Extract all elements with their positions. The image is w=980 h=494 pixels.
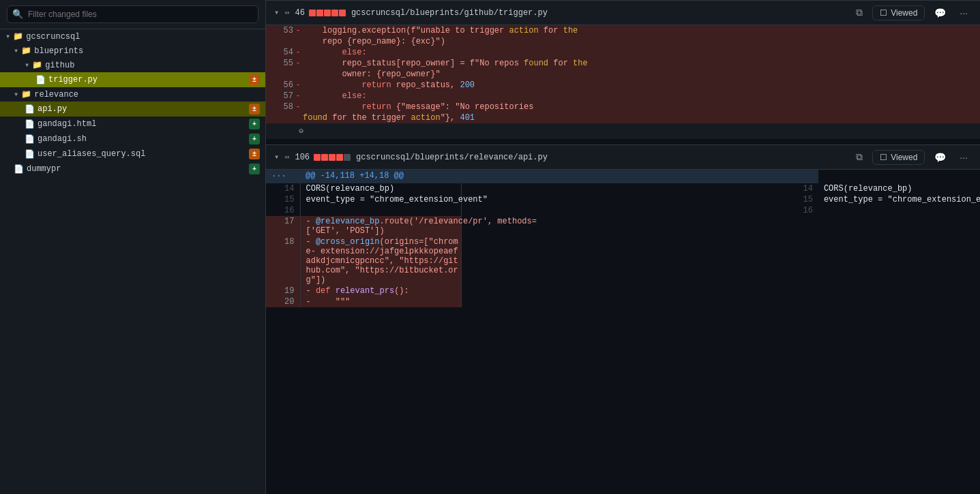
folder-icon: 📁 — [21, 89, 31, 99]
file1-copy-button[interactable]: ⧉ — [852, 5, 867, 20]
line-sign: - — [293, 91, 303, 102]
expand-dots-cell[interactable]: ··· — [266, 170, 300, 183]
line-content: return {"message": "No repositories — [303, 102, 980, 112]
diff-block-red3 — [324, 10, 331, 16]
line-number: 53 — [266, 25, 293, 36]
file2-copy-button[interactable]: ⧉ — [852, 149, 867, 165]
line-num-right-empty2 — [462, 236, 818, 285]
filter-bar: 🔍 — [0, 0, 265, 29]
line-content-removed-20: - """ — [300, 296, 462, 307]
table-row: 56 - return repo_status, 200 — [266, 80, 980, 91]
tree-file-trigger-py[interactable]: 📄 trigger.py ± — [0, 72, 265, 87]
line-number: 57 — [266, 91, 293, 102]
file2-diff-area: ··· @@ -14,118 +14,18 @@ 14 CORS(relevan… — [266, 170, 980, 307]
file2-viewed-button[interactable]: ☐ Viewed — [872, 150, 925, 165]
diff-block2-red2 — [321, 154, 328, 161]
tree-folder-github[interactable]: ▾ 📁 github — [0, 58, 265, 72]
line-sign: - — [293, 80, 303, 91]
chevron-down-icon: ▾ — [14, 46, 18, 56]
line-content-right: event_type = "chrome_extension_event" — [818, 194, 980, 205]
diff-block2-red1 — [314, 154, 321, 161]
table-row: 53 - logging.exception(f"unable to trigg… — [266, 25, 980, 36]
collapse-control[interactable]: ⊖ — [293, 123, 980, 139]
table-row: 15 event_type = "chrome_extension_event"… — [266, 194, 980, 205]
line-content-removed-19: - def relevant_prs(): — [300, 285, 462, 296]
file2-header: ▾ ⇔ 106 gcscruncsql/blueprints/relevance… — [266, 144, 980, 170]
line-content-left: CORS(relevance_bp) — [300, 183, 462, 194]
expand-icon[interactable]: ⇔ — [284, 152, 289, 162]
table-row-expand: ··· @@ -14,118 +14,18 @@ — [266, 170, 980, 183]
chevron-down-icon: ▾ — [14, 89, 18, 99]
file1-diff-stat: 46 — [295, 8, 345, 18]
file1-more-button[interactable]: ··· — [955, 5, 972, 20]
table-row: owner: {repo_owner}" — [266, 69, 980, 80]
table-row: repo {repo_name}: {exc}") — [266, 36, 980, 47]
line-content-right-empty — [818, 216, 980, 236]
tree-file-dummypr[interactable]: 📄 dummypr + — [0, 161, 265, 176]
line-num-left-removed: 18 — [266, 236, 300, 285]
line-num-left-removed: 19 — [266, 285, 300, 296]
table-row: 54 - else: — [266, 47, 980, 58]
diff-badge-user-aliases: ± — [249, 149, 260, 159]
table-row: found for the trigger action"}, 401 — [266, 112, 980, 123]
line-content: return repo_status, 200 — [303, 80, 980, 91]
table-row: 19 - def relevant_prs(): — [266, 285, 980, 296]
line-num-left-removed: 20 — [266, 296, 300, 307]
table-row: 55 - repo_status[repo_owner] = f"No repo… — [266, 58, 980, 69]
chevron-down-icon[interactable]: ▾ — [274, 152, 279, 162]
chevron-down-icon: ▾ — [5, 31, 10, 42]
line-num-right-empty4 — [462, 296, 818, 307]
chevron-down-icon[interactable]: ▾ — [274, 7, 279, 18]
line-num-left: 15 — [266, 194, 300, 205]
line-number: 58 — [266, 102, 293, 112]
diff-badge-gandagi-sh: + — [249, 134, 260, 144]
file1-header: ▾ ⇔ 46 gcscruncsql/blueprints/github/tri… — [266, 0, 980, 25]
line-content: repo_status[repo_owner] = f"No repos fou… — [303, 58, 980, 69]
file1-comment-button[interactable]: 💬 — [930, 5, 950, 20]
diff-block2-gray — [344, 154, 351, 161]
tree-folder-gcscruncsql[interactable]: ▾ 📁 gcscruncsql — [0, 29, 265, 44]
file-tree-sidebar: 🔍 ▾ 📁 gcscruncsql ▾ 📁 blueprints ▾ 📁 git… — [0, 0, 266, 494]
expand-icon[interactable]: ⇔ — [284, 7, 289, 18]
diff-badge-api: ± — [249, 104, 260, 114]
tree-file-gandagi-sh[interactable]: 📄 gandagi.sh + — [0, 132, 265, 146]
diff-badge-trigger: ± — [249, 74, 260, 85]
diff-block-red5 — [339, 10, 346, 16]
diff-blocks2 — [314, 154, 351, 161]
file2-more-button[interactable]: ··· — [955, 150, 972, 165]
line-num-left-removed: 17 — [266, 216, 300, 236]
line-number: 56 — [266, 80, 293, 91]
tree-file-user-aliases[interactable]: 📄 user_aliases_query.sql ± — [0, 146, 265, 161]
filter-input[interactable] — [7, 5, 258, 23]
file-icon: 📄 — [25, 119, 35, 129]
line-number — [266, 123, 293, 139]
line-num-left: 16 — [266, 205, 300, 216]
file1-diff-table: 53 - logging.exception(f"unable to trigg… — [266, 25, 980, 139]
line-content-right — [818, 205, 980, 216]
diff-block2-red3 — [329, 154, 336, 161]
line-content: else: — [303, 91, 980, 102]
line-content: else: — [303, 47, 980, 58]
diff-badge-gandagi-html: + — [249, 119, 260, 129]
file-icon: 📄 — [25, 104, 35, 114]
line-sign: - — [293, 102, 303, 112]
tree-file-api-py[interactable]: 📄 api.py ± — [0, 102, 265, 117]
file1-viewed-button[interactable]: ☐ Viewed — [872, 5, 925, 20]
line-content-right-empty2 — [818, 236, 980, 285]
tree-file-gandagi-html[interactable]: 📄 gandagi.html + — [0, 117, 265, 132]
line-sign: - — [293, 47, 303, 58]
line-number — [266, 69, 293, 80]
tree-folder-relevance[interactable]: ▾ 📁 relevance — [0, 87, 265, 102]
minus-icon: ⊖ — [299, 127, 303, 136]
diff-blocks — [309, 10, 346, 16]
line-num-right: 14 — [462, 183, 818, 194]
table-row: ⊖ — [266, 123, 980, 139]
folder-icon: 📁 — [32, 60, 42, 70]
line-content-removed: - @relevance_bp.route('/relevance/pr', m… — [300, 216, 462, 236]
table-row: 14 CORS(relevance_bp) 14 CORS(relevance_… — [266, 183, 980, 194]
file1-change-count: 46 — [295, 8, 304, 18]
file2-diff-stat: 106 — [295, 153, 351, 162]
file2-comment-button[interactable]: 💬 — [930, 150, 950, 165]
tree-folder-blueprints[interactable]: ▾ 📁 blueprints — [0, 44, 265, 58]
file2-diff-table: ··· @@ -14,118 +14,18 @@ 14 CORS(relevan… — [266, 170, 980, 307]
